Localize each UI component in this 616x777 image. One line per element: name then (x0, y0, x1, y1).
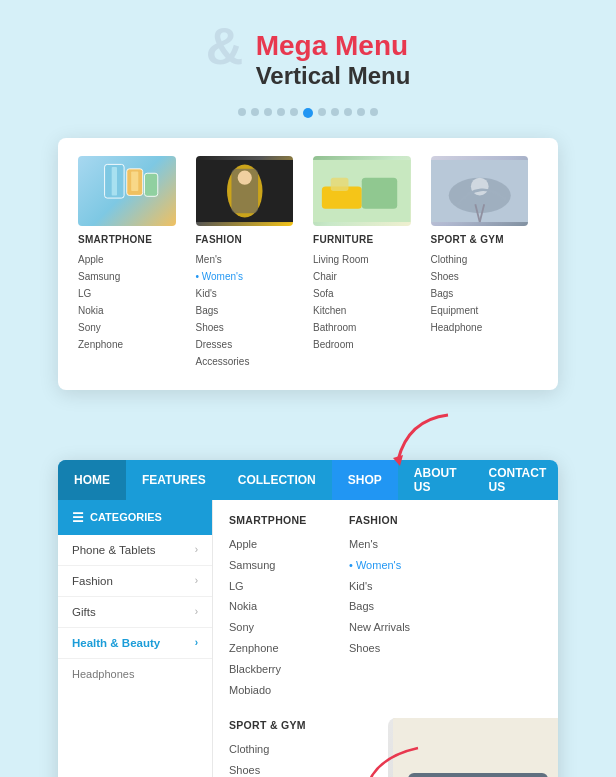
arrow-icon-fashion: › (195, 575, 198, 586)
svg-rect-11 (362, 177, 397, 208)
drop-lg[interactable]: LG (229, 576, 319, 597)
drop-blackberry[interactable]: Blackberry (229, 659, 319, 680)
dot-11[interactable] (370, 108, 378, 116)
drop-shoes-fashion[interactable]: Shoes (349, 638, 439, 659)
drop-samsung[interactable]: Samsung (229, 555, 319, 576)
item-apple[interactable]: Apple (78, 251, 176, 268)
vert-item-phone[interactable]: Phone & Tablets › (58, 535, 212, 566)
vert-item-headphones[interactable]: Headphones (58, 659, 212, 689)
item-nokia[interactable]: Nokia (78, 302, 176, 319)
item-bathroom[interactable]: Bathroom (313, 319, 411, 336)
vert-item-fashion-label: Fashion (72, 575, 113, 587)
vert-item-gifts-label: Gifts (72, 606, 96, 618)
item-bags-sport[interactable]: Bags (431, 285, 529, 302)
svg-rect-1 (112, 167, 117, 195)
vert-item-health-label: Health & Beauty (72, 637, 160, 649)
fashion-col-title: FASHION (196, 234, 294, 245)
item-kitchen[interactable]: Kitchen (313, 302, 411, 319)
drop-shoes[interactable]: Shoes (229, 760, 319, 777)
smartphone-col-title: SMARTPHONE (78, 234, 176, 245)
mega-col-sport: SPORT & GYM Clothing Shoes Bags Equipmen… (421, 156, 539, 370)
dot-7[interactable] (318, 108, 326, 116)
vert-item-phone-label: Phone & Tablets (72, 544, 156, 556)
drop-apple[interactable]: Apple (229, 534, 319, 555)
dot-3[interactable] (264, 108, 272, 116)
mega-col-smartphone: SMARTPHONE Apple Samsung LG Nokia Sony Z… (78, 156, 186, 370)
categories-label: CATEGORIES (90, 511, 162, 523)
dot-4[interactable] (277, 108, 285, 116)
vert-item-gifts[interactable]: Gifts › (58, 597, 212, 628)
furniture-image (313, 156, 411, 226)
item-headphone[interactable]: Headphone (431, 319, 529, 336)
item-lg[interactable]: LG (78, 285, 176, 302)
svg-rect-12 (331, 177, 349, 190)
title-block: Mega Menu Vertical Menu (256, 30, 411, 90)
categories-header: ☰ CATEGORIES (58, 500, 212, 535)
sport-col-title: SPORT & GYM (431, 234, 529, 245)
drop-col-smartphone: SMARTPHONE Apple Samsung LG Nokia Sony Z… (229, 514, 319, 777)
sport-image (431, 156, 529, 226)
item-equipment[interactable]: Equipment (431, 302, 529, 319)
item-bags[interactable]: Bags (196, 302, 294, 319)
drop-zenphone[interactable]: Zenphone (229, 638, 319, 659)
svg-rect-24 (408, 773, 548, 777)
svg-marker-18 (393, 455, 403, 466)
item-living-room[interactable]: Living Room (313, 251, 411, 268)
item-dresses[interactable]: Dresses (196, 336, 294, 353)
arrow-icon-health: › (195, 637, 198, 648)
mega-menu-title: Mega Menu (256, 30, 411, 62)
drop-mobiado[interactable]: Mobiado (229, 680, 319, 701)
item-shoes[interactable]: Shoes (196, 319, 294, 336)
bottom-card: HOME FEATURES COLLECTION SHOP ABOUT US C… (58, 460, 558, 777)
dot-5[interactable] (290, 108, 298, 116)
vertical-menu-title: Vertical Menu (256, 62, 411, 90)
mega-menu-columns: SMARTPHONE Apple Samsung LG Nokia Sony Z… (78, 156, 538, 370)
item-sofa[interactable]: Sofa (313, 285, 411, 302)
item-chair[interactable]: Chair (313, 268, 411, 285)
drop-fashion-title: FASHION (349, 514, 439, 526)
svg-point-8 (237, 170, 251, 184)
fashion-image (196, 156, 294, 226)
item-bedroom[interactable]: Bedroom (313, 336, 411, 353)
drop-nokia[interactable]: Nokia (229, 596, 319, 617)
item-clothing[interactable]: Clothing (431, 251, 529, 268)
item-zenphone[interactable]: Zenphone (78, 336, 176, 353)
ampersand-decoration: & (206, 20, 244, 72)
red-arrow-menu (358, 743, 428, 777)
drop-clothing[interactable]: Clothing (229, 739, 319, 760)
furniture-col-title: FURNITURE (313, 234, 411, 245)
vert-item-fashion[interactable]: Fashion › (58, 566, 212, 597)
item-sony[interactable]: Sony (78, 319, 176, 336)
dot-10[interactable] (357, 108, 365, 116)
vertical-menu: ☰ CATEGORIES Phone & Tablets › Fashion ›… (58, 500, 213, 777)
arrow-icon-gifts: › (195, 606, 198, 617)
item-mens[interactable]: Men's (196, 251, 294, 268)
menu-body: ☰ CATEGORIES Phone & Tablets › Fashion ›… (58, 500, 558, 777)
dot-8[interactable] (331, 108, 339, 116)
drop-smartphone-title: SMARTPHONE (229, 514, 319, 526)
mega-col-furniture: FURNITURE Living Room Chair Sofa Kitchen… (303, 156, 421, 370)
vert-item-headphones-label: Headphones (72, 668, 134, 680)
drop-kids[interactable]: Kid's (349, 576, 439, 597)
dot-2[interactable] (251, 108, 259, 116)
drop-mens[interactable]: Men's (349, 534, 439, 555)
arrow-connector (388, 410, 468, 470)
item-womens-highlighted[interactable]: Women's (196, 268, 294, 285)
item-kids[interactable]: Kid's (196, 285, 294, 302)
item-samsung[interactable]: Samsung (78, 268, 176, 285)
drop-womens[interactable]: Women's (349, 555, 439, 576)
item-accessories[interactable]: Accessories (196, 353, 294, 370)
pagination-dots (238, 108, 378, 118)
dot-6-active[interactable] (303, 108, 313, 118)
drop-new-arrivals[interactable]: New Arrivals (349, 617, 439, 638)
dot-1[interactable] (238, 108, 246, 116)
item-shoes-sport[interactable]: Shoes (431, 268, 529, 285)
smartphone-image (78, 156, 176, 226)
drop-bags-fashion[interactable]: Bags (349, 596, 439, 617)
drop-sport-title: SPORT & GYM (229, 719, 319, 731)
mega-menu-card: SMARTPHONE Apple Samsung LG Nokia Sony Z… (58, 138, 558, 390)
vert-item-health[interactable]: Health & Beauty › (58, 628, 212, 659)
arrow-icon-phone: › (195, 544, 198, 555)
drop-sony[interactable]: Sony (229, 617, 319, 638)
dot-9[interactable] (344, 108, 352, 116)
